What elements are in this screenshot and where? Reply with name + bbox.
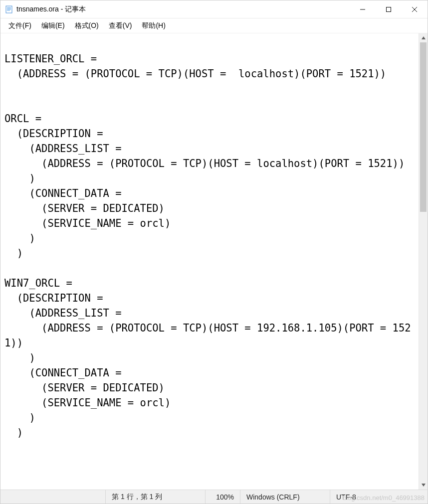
statusbar: 第 1 行，第 1 列 100% Windows (CRLF) UTF-8 bl… [0, 490, 428, 504]
svg-marker-10 [422, 484, 426, 487]
close-icon [412, 6, 418, 12]
menu-help[interactable]: 帮助(H) [137, 19, 170, 32]
status-cursor-position: 第 1 行，第 1 列 [105, 490, 205, 504]
content-area: LISTENER_ORCL = (ADDRESS = (PROTOCOL = T… [0, 33, 428, 490]
notepad-icon [4, 5, 13, 14]
close-button[interactable] [402, 0, 428, 18]
status-line-ending: Windows (CRLF) [240, 490, 330, 504]
menubar: 文件(F) 编辑(E) 格式(O) 查看(V) 帮助(H) [0, 18, 428, 33]
text-editor[interactable]: LISTENER_ORCL = (ADDRESS = (PROTOCOL = T… [0, 33, 419, 490]
menu-edit[interactable]: 编辑(E) [36, 19, 70, 32]
maximize-button[interactable] [376, 0, 402, 18]
minimize-icon [360, 6, 366, 12]
scroll-down-arrow-icon[interactable] [419, 481, 428, 490]
status-zoom: 100% [205, 490, 240, 504]
menu-file[interactable]: 文件(F) [3, 19, 36, 32]
menu-view[interactable]: 查看(V) [104, 19, 137, 32]
titlebar: tnsnames.ora - 记事本 [0, 0, 428, 18]
window-title: tnsnames.ora - 记事本 [16, 5, 86, 14]
maximize-icon [386, 6, 392, 12]
svg-marker-9 [422, 36, 426, 39]
svg-rect-6 [387, 7, 391, 11]
status-spacer [0, 490, 105, 504]
scroll-up-arrow-icon[interactable] [419, 33, 428, 42]
minimize-button[interactable] [350, 0, 376, 18]
scroll-thumb[interactable] [420, 42, 427, 212]
menu-format[interactable]: 格式(O) [70, 19, 104, 32]
status-encoding: UTF-8 [330, 490, 428, 504]
vertical-scrollbar[interactable] [419, 33, 428, 490]
